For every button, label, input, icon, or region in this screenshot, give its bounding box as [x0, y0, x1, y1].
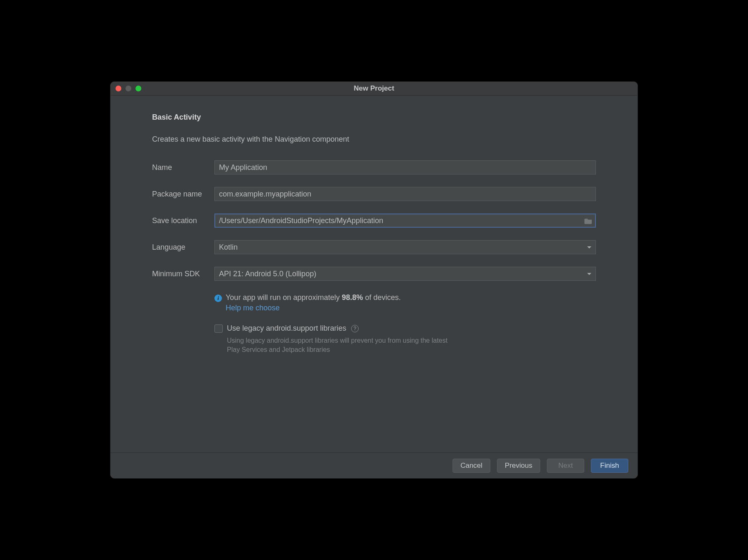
package-name-input[interactable]	[214, 187, 596, 201]
language-select[interactable]: Kotlin	[214, 240, 596, 254]
label-location: Save location	[152, 216, 214, 225]
finish-button[interactable]: Finish	[591, 459, 628, 473]
page-subheading: Creates a new basic activity with the Na…	[152, 135, 596, 144]
save-location-input[interactable]	[214, 214, 596, 228]
dialog-footer: Cancel Previous Next Finish	[111, 452, 637, 478]
row-language: Language Kotlin	[152, 240, 596, 254]
help-me-choose-link[interactable]: Help me choose	[226, 304, 596, 312]
window-title: New Project	[111, 84, 637, 93]
zoom-window-icon[interactable]	[135, 86, 141, 91]
minimize-window-icon	[125, 86, 131, 91]
row-minsdk: Minimum SDK API 21: Android 5.0 (Lollipo…	[152, 267, 596, 281]
legacy-libraries-row: Use legacy android.support libraries ?	[214, 324, 596, 333]
next-button: Next	[547, 459, 584, 473]
device-coverage-text: Your app will run on approximately 98.8%…	[226, 293, 401, 302]
label-name: Name	[152, 163, 214, 172]
minsdk-value: API 21: Android 5.0 (Lollipop)	[219, 270, 316, 278]
legacy-libraries-hint: Using legacy android.support libraries w…	[227, 336, 460, 355]
chevron-down-icon	[587, 273, 591, 275]
page-heading: Basic Activity	[152, 113, 596, 122]
titlebar: New Project	[111, 82, 637, 96]
window-controls	[116, 86, 141, 91]
browse-folder-icon[interactable]	[584, 217, 593, 224]
cancel-button[interactable]: Cancel	[453, 459, 490, 473]
label-package: Package name	[152, 190, 214, 199]
label-language: Language	[152, 243, 214, 252]
legacy-libraries-checkbox[interactable]	[214, 324, 223, 333]
dialog-content: Basic Activity Creates a new basic activ…	[111, 96, 637, 452]
help-icon[interactable]: ?	[351, 325, 359, 332]
minimum-sdk-select[interactable]: API 21: Android 5.0 (Lollipop)	[214, 267, 596, 281]
previous-button[interactable]: Previous	[497, 459, 540, 473]
row-location: Save location	[152, 214, 596, 228]
close-window-icon[interactable]	[116, 86, 121, 91]
row-name: Name	[152, 160, 596, 174]
language-value: Kotlin	[219, 243, 238, 252]
name-input[interactable]	[214, 160, 596, 174]
new-project-dialog: New Project Basic Activity Creates a new…	[110, 81, 638, 479]
device-coverage-info: i Your app will run on approximately 98.…	[214, 293, 596, 302]
info-icon: i	[214, 295, 222, 302]
legacy-libraries-label: Use legacy android.support libraries	[227, 324, 346, 333]
row-package: Package name	[152, 187, 596, 201]
label-minsdk: Minimum SDK	[152, 270, 214, 278]
chevron-down-icon	[587, 246, 591, 248]
